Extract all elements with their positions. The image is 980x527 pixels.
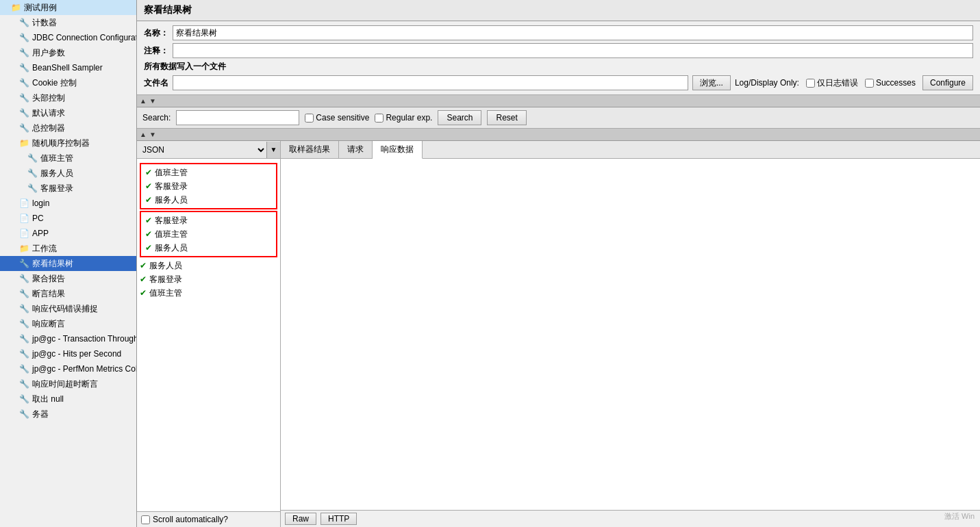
check-icon: ✔ <box>145 180 152 192</box>
wrench-icon: 🔧 <box>19 77 29 89</box>
page-icon: 📄 <box>19 227 29 240</box>
comment-input[interactable] <box>173 43 973 58</box>
sidebar-item-counter[interactable]: 🔧 计数器 <box>0 15 136 30</box>
check-icon: ✔ <box>140 287 147 299</box>
wrench-icon: 🔧 <box>19 257 29 270</box>
sidebar-item-hits[interactable]: 🔧 jp@gc - Hits per Second <box>0 346 136 361</box>
log-display-label: Log/Display Only: <box>735 78 799 88</box>
split-area: JSON Text XML HTML ▼ ✔ 值班主管 ✔ 客服登录 <box>137 141 980 527</box>
result-content <box>281 159 980 510</box>
tree-item-zhiban-3[interactable]: ✔ 值班主管 <box>137 286 280 300</box>
expand-btn-bottom[interactable]: ▼ <box>149 131 156 138</box>
case-sensitive-checkbox[interactable] <box>305 114 314 123</box>
regular-exp-checkbox[interactable] <box>375 114 384 123</box>
collapse-bar-top: ▲ ▼ <box>137 95 980 107</box>
search-input[interactable] <box>176 110 299 125</box>
success-checkbox[interactable] <box>865 79 874 88</box>
tab-request[interactable]: 请求 <box>339 141 373 158</box>
sidebar-item-app[interactable]: 📄 APP <box>0 226 136 241</box>
search-bar: Search: Case sensitive Regular exp. Sear… <box>137 107 980 129</box>
sidebar-item-server[interactable]: 🔧 务器 <box>0 407 136 422</box>
regular-exp-label[interactable]: Regular exp. <box>375 113 432 123</box>
sidebar-item-testcase[interactable]: 📁 测试用例 <box>0 0 136 15</box>
format-dropdown[interactable]: JSON Text XML HTML <box>137 142 266 158</box>
configure-button[interactable]: Configure <box>922 75 973 90</box>
error-checkbox[interactable] <box>806 79 815 88</box>
tree-item-fuwu-3[interactable]: ✔ 服务人员 <box>137 259 280 272</box>
sidebar-item-main-ctrl[interactable]: 🔧 总控制器 <box>0 120 136 136</box>
sidebar-item-null[interactable]: 🔧 取出 null <box>0 391 136 407</box>
sidebar-item-cookie[interactable]: 🔧 Cookie 控制 <box>0 75 136 90</box>
tree-item-zhiban-2[interactable]: ✔ 值班主管 <box>142 227 275 241</box>
sidebar-item-assert-result[interactable]: 🔧 断言结果 <box>0 286 136 301</box>
form-area: 名称： 注释： 所有数据写入一个文件 文件名 浏览... Log/Display… <box>137 21 980 95</box>
result-footer: Raw HTTP <box>281 510 980 527</box>
reset-button[interactable]: Reset <box>487 110 526 125</box>
collapse-btn-bottom[interactable]: ▲ <box>140 131 147 138</box>
expand-btn-top[interactable]: ▼ <box>149 97 156 105</box>
check-icon: ✔ <box>145 228 152 240</box>
dropdown-arrow[interactable]: ▼ <box>266 142 280 158</box>
sidebar-item-pc[interactable]: 📄 PC <box>0 211 136 226</box>
file-label: 文件名 <box>144 77 168 89</box>
sidebar-item-workflow[interactable]: 📁 工作流 <box>0 241 136 256</box>
name-input[interactable] <box>173 25 973 40</box>
wrench-icon: 🔧 <box>19 393 29 405</box>
sidebar-item-error-capture[interactable]: 🔧 响应代码错误捕捉 <box>0 301 136 316</box>
search-label: Search: <box>142 113 171 123</box>
wrench-icon: 🔧 <box>19 287 29 300</box>
tree-item-kefu-3[interactable]: ✔ 客服登录 <box>137 272 280 286</box>
check-icon: ✔ <box>145 214 152 227</box>
sidebar-item-header[interactable]: 🔧 头部控制 <box>0 90 136 105</box>
collapse-bar-bottom: ▲ ▼ <box>137 129 980 141</box>
wrench-icon: 🔧 <box>19 378 29 390</box>
wrench-icon: 🔧 <box>19 122 29 134</box>
sidebar-item-zhiban[interactable]: 🔧 值班主管 <box>0 151 136 166</box>
tree-group-2: ✔ 客服登录 ✔ 值班主管 ✔ 服务人员 <box>140 211 277 257</box>
tree-content: ✔ 值班主管 ✔ 客服登录 ✔ 服务人员 ✔ <box>137 159 280 511</box>
tree-item-fuwu-1[interactable]: ✔ 服务人员 <box>142 193 275 207</box>
sidebar-item-default-req[interactable]: 🔧 默认请求 <box>0 105 136 120</box>
tree-item-kefu-1[interactable]: ✔ 客服登录 <box>142 179 275 193</box>
success-checkbox-label[interactable]: Successes <box>865 78 916 88</box>
tree-group-1: ✔ 值班主管 ✔ 客服登录 ✔ 服务人员 <box>140 163 277 209</box>
sidebar-item-beanshell[interactable]: 🔧 BeanShell Sampler <box>0 60 136 75</box>
tree-item-fuwu-2[interactable]: ✔ 服务人员 <box>142 241 275 255</box>
browse-button[interactable]: 浏览... <box>692 75 731 90</box>
tree-panel: JSON Text XML HTML ▼ ✔ 值班主管 ✔ 客服登录 <box>137 141 281 527</box>
scroll-bottom: Scroll automatically? <box>137 511 280 527</box>
sidebar-item-user-params[interactable]: 🔧 用户参数 <box>0 45 136 60</box>
scroll-checkbox[interactable] <box>141 515 150 524</box>
wrench-icon: 🔧 <box>19 31 29 44</box>
page-icon: 📄 <box>19 212 29 224</box>
sidebar-item-perfmon[interactable]: 🔧 jp@gc - PerfMon Metrics Collector <box>0 361 136 376</box>
sidebar-item-jdbc[interactable]: 🔧 JDBC Connection Configuration <box>0 30 136 45</box>
file-input[interactable] <box>173 75 688 90</box>
sidebar-item-login[interactable]: 📄 login <box>0 196 136 211</box>
raw-button[interactable]: Raw <box>285 513 316 525</box>
tree-item-kefu-2[interactable]: ✔ 客服登录 <box>142 214 275 227</box>
http-button[interactable]: HTTP <box>321 513 357 525</box>
sidebar-item-view-results-tree[interactable]: 🔧 察看结果树 <box>0 256 136 271</box>
error-checkbox-label[interactable]: 仅日志错误 <box>806 77 858 89</box>
wrench-icon: 🔧 <box>19 348 29 360</box>
case-sensitive-label[interactable]: Case sensitive <box>305 113 369 123</box>
sidebar-item-random-ctrl[interactable]: 📁 随机顺序控制器 <box>0 136 136 151</box>
collapse-btn-top[interactable]: ▲ <box>140 97 147 105</box>
sidebar-item-response-assert[interactable]: 🔧 响应断言 <box>0 316 136 331</box>
check-icon: ✔ <box>140 259 147 272</box>
folder-icon: 📁 <box>11 1 21 14</box>
tree-item-zhiban-1[interactable]: ✔ 值班主管 <box>142 166 275 179</box>
wrench-icon: 🔧 <box>27 152 38 164</box>
tab-response-data[interactable]: 响应数据 <box>373 141 423 159</box>
page-icon: 📄 <box>19 197 29 209</box>
search-button[interactable]: Search <box>438 110 481 125</box>
sidebar-item-timeout-assert[interactable]: 🔧 响应时间超时断言 <box>0 376 136 391</box>
sidebar-item-aggregate[interactable]: 🔧 聚合报告 <box>0 271 136 286</box>
tab-sampler-result[interactable]: 取样器结果 <box>281 141 339 158</box>
check-icon: ✔ <box>140 273 147 285</box>
sidebar-item-transaction[interactable]: 🔧 jp@gc - Transaction Throughput vs... <box>0 331 136 346</box>
sidebar-item-fuwu[interactable]: 🔧 服务人员 <box>0 166 136 181</box>
watermark: 激活 Win <box>944 511 975 522</box>
sidebar-item-kefu[interactable]: 🔧 客服登录 <box>0 181 136 196</box>
